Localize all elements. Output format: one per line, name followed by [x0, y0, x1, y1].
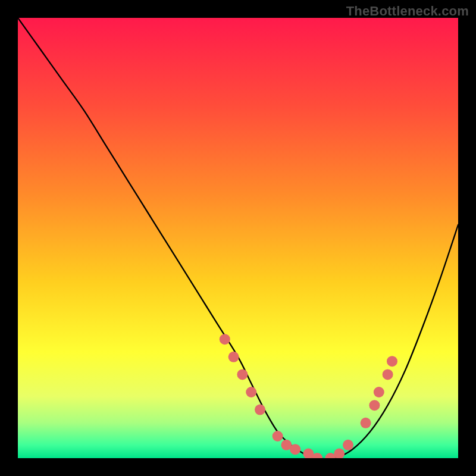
highlight-dot: [383, 369, 393, 380]
highlight-dot: [255, 405, 265, 415]
highlight-dot: [343, 440, 353, 450]
highlight-dot: [273, 431, 283, 441]
plot-svg: [18, 18, 458, 458]
chart-frame: TheBottleneck.com: [0, 0, 476, 476]
highlight-dot: [290, 444, 300, 455]
highlight-dot: [374, 387, 384, 397]
highlight-dot: [361, 418, 371, 428]
highlight-dot: [387, 356, 397, 367]
highlight-dot: [228, 352, 239, 362]
watermark-text: TheBottleneck.com: [346, 4, 469, 19]
highlight-dot: [237, 369, 248, 380]
highlight-dot: [246, 387, 256, 397]
plot-area: [18, 18, 458, 458]
highlight-dot: [220, 334, 230, 345]
highlight-dot: [369, 400, 380, 411]
gradient-background: [18, 18, 458, 458]
